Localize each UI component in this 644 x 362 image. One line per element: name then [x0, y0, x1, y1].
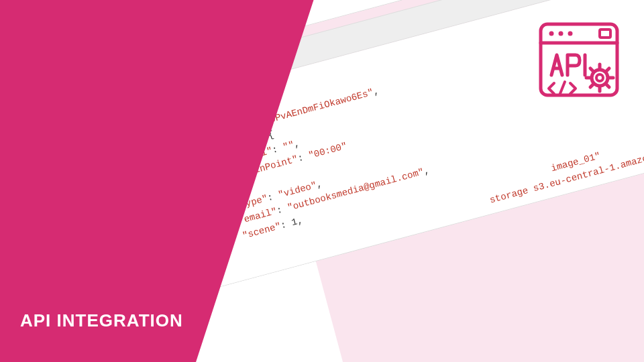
stage: Render Video Example API Url: https://ap… [0, 0, 644, 362]
api-gear-icon [535, 16, 623, 103]
svg-rect-5 [600, 29, 610, 38]
svg-line-15 [606, 68, 609, 71]
svg-line-14 [590, 68, 593, 71]
svg-point-3 [559, 32, 564, 36]
caption-text: API INTEGRATION [20, 310, 183, 331]
svg-line-17 [606, 84, 609, 87]
svg-line-7 [559, 82, 565, 95]
svg-point-4 [568, 32, 573, 36]
svg-point-2 [549, 32, 554, 36]
svg-line-16 [590, 84, 593, 87]
svg-point-9 [596, 74, 603, 81]
